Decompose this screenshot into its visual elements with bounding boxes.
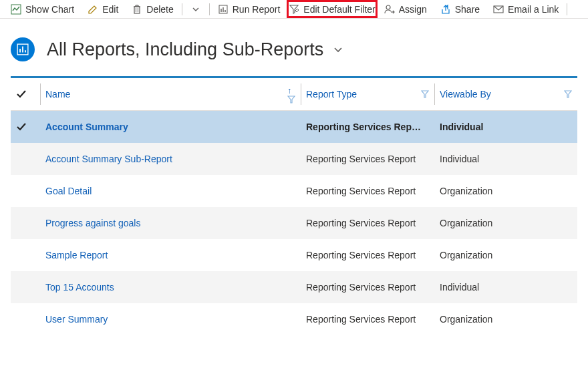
share-icon [440, 4, 451, 15]
name-cell: Account Summary [40, 111, 301, 144]
toolbar-separator [567, 3, 567, 15]
edit-button[interactable]: Edit [81, 0, 125, 18]
svg-point-13 [386, 5, 390, 9]
table-row[interactable]: Goal DetailReporting Services ReportOrga… [11, 175, 577, 207]
chart-icon [11, 4, 21, 15]
assign-button[interactable]: Assign [378, 0, 434, 18]
row-select-cell[interactable] [11, 271, 40, 303]
column-viewable-by-label: Viewable By [440, 89, 491, 100]
svg-marker-21 [288, 96, 295, 103]
record-link[interactable]: Top 15 Accounts [45, 282, 114, 293]
column-report-type-label: Report Type [306, 89, 357, 100]
run-report-button[interactable]: Run Report [211, 0, 287, 18]
overflow-menu-button[interactable] [184, 0, 208, 18]
trash-icon [132, 4, 142, 15]
pencil-icon [88, 4, 98, 15]
report-type-cell: Reporting Services Report [301, 175, 434, 207]
column-name-label: Name [45, 89, 70, 100]
filter-icon[interactable] [564, 90, 572, 98]
show-chart-label: Show Chart [25, 4, 74, 15]
report-type-cell: Reporting Services Report [301, 143, 434, 175]
table-row[interactable]: Sample ReportReporting Services ReportOr… [11, 239, 577, 271]
record-link[interactable]: Goal Detail [45, 186, 92, 196]
row-select-cell[interactable] [11, 303, 40, 335]
select-all-column[interactable] [11, 78, 40, 111]
table-row[interactable]: User SummaryReporting Services ReportOrg… [11, 303, 577, 335]
reports-entity-icon [11, 37, 35, 61]
record-link[interactable]: Progress against goals [45, 218, 140, 228]
view-selector[interactable]: All Reports, Including Sub-Reports [47, 39, 343, 60]
name-cell: Account Summary Sub-Report [40, 143, 301, 175]
row-select-cell[interactable] [11, 207, 40, 239]
table-row[interactable]: Account Summary Sub-ReportReporting Serv… [11, 143, 577, 175]
column-header-viewable-by[interactable]: Viewable By [434, 78, 577, 111]
name-cell: Goal Detail [40, 175, 301, 207]
checkmark-icon [16, 89, 27, 100]
funnel-edit-icon [289, 4, 299, 15]
email-a-link-button[interactable]: Email a Link [486, 0, 565, 18]
edit-default-filter-label: Edit Default Filter [303, 4, 375, 15]
report-type-cell: Reporting Services Rep… [301, 111, 434, 144]
report-type-cell: Reporting Services Report [301, 239, 434, 271]
report-type-cell: Reporting Services Report [301, 207, 434, 239]
table-row[interactable]: Account SummaryReporting Services Rep…In… [11, 111, 577, 144]
row-select-cell[interactable] [11, 239, 40, 271]
reports-grid: Name ↑ Report Type [11, 76, 577, 335]
table-row[interactable]: Top 15 AccountsReporting Services Report… [11, 271, 577, 303]
record-link[interactable]: Sample Report [45, 250, 108, 260]
person-arrow-icon [384, 4, 395, 15]
column-header-row: Name ↑ Report Type [11, 78, 577, 111]
table-row[interactable]: Progress against goalsReporting Services… [11, 207, 577, 239]
edit-default-filter-button[interactable]: Edit Default Filter [287, 0, 377, 18]
name-cell: User Summary [40, 303, 301, 335]
report-type-cell: Reporting Services Report [301, 271, 434, 303]
svg-marker-22 [422, 91, 428, 98]
chevron-down-icon [190, 4, 201, 15]
run-report-label: Run Report [233, 4, 281, 15]
row-select-cell[interactable] [11, 175, 40, 207]
show-chart-button[interactable]: Show Chart [4, 0, 81, 18]
sort-ascending-icon: ↑ [287, 86, 291, 96]
edit-label: Edit [102, 4, 118, 15]
delete-label: Delete [146, 4, 173, 15]
delete-button[interactable]: Delete [125, 0, 180, 18]
viewable-by-cell: Individual [434, 111, 577, 144]
name-cell: Progress against goals [40, 207, 301, 239]
filter-icon[interactable] [287, 96, 295, 104]
viewable-by-cell: Organization [434, 207, 577, 239]
share-label: Share [455, 4, 480, 15]
svg-rect-1 [134, 7, 140, 13]
name-cell: Sample Report [40, 239, 301, 271]
report-type-cell: Reporting Services Report [301, 303, 434, 335]
record-link[interactable]: User Summary [45, 314, 108, 325]
viewable-by-cell: Organization [434, 239, 577, 271]
view-title: All Reports, Including Sub-Reports [47, 39, 323, 60]
row-select-cell[interactable] [11, 143, 40, 175]
report-icon [218, 4, 229, 15]
toolbar-separator [182, 3, 182, 15]
assign-label: Assign [399, 4, 427, 15]
chevron-down-icon [333, 44, 343, 55]
viewable-by-cell: Individual [434, 271, 577, 303]
email-a-link-label: Email a Link [508, 4, 559, 15]
row-select-cell[interactable] [11, 111, 40, 144]
column-header-report-type[interactable]: Report Type [301, 78, 434, 111]
record-link[interactable]: Account Summary Sub-Report [45, 154, 172, 164]
envelope-icon [493, 4, 504, 15]
column-header-name[interactable]: Name ↑ [40, 78, 301, 111]
viewable-by-cell: Organization [434, 303, 577, 335]
name-cell: Top 15 Accounts [40, 271, 301, 303]
svg-marker-23 [565, 91, 571, 98]
filter-icon[interactable] [421, 90, 429, 98]
viewable-by-cell: Organization [434, 175, 577, 207]
checkmark-icon [16, 122, 27, 132]
toolbar-separator [209, 3, 210, 15]
share-button[interactable]: Share [434, 0, 486, 18]
command-bar: Show Chart Edit Delete Run Report Edit D… [0, 0, 588, 19]
view-header: All Reports, Including Sub-Reports [0, 19, 588, 76]
record-link[interactable]: Account Summary [45, 122, 128, 132]
viewable-by-cell: Individual [434, 143, 577, 175]
